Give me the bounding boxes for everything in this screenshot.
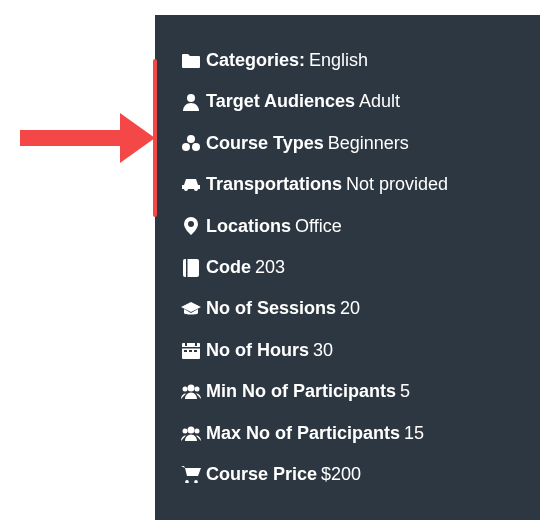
svg-rect-9 bbox=[182, 347, 200, 349]
row-locations: Locations Office bbox=[180, 206, 515, 247]
car-icon bbox=[180, 178, 202, 192]
categories-value: English bbox=[309, 49, 368, 72]
svg-rect-8 bbox=[195, 341, 197, 346]
transportations-label: Transportations bbox=[206, 173, 342, 196]
row-hours: No of Hours 30 bbox=[180, 330, 515, 371]
categories-label: Categories: bbox=[206, 49, 305, 72]
graduation-cap-icon bbox=[180, 302, 202, 316]
max-participants-value: 15 bbox=[404, 422, 424, 445]
sessions-value: 20 bbox=[340, 297, 360, 320]
svg-rect-12 bbox=[194, 350, 197, 352]
svg-rect-5 bbox=[186, 259, 188, 277]
course-info-panel: Categories: English Target Audiences Adu… bbox=[155, 15, 540, 520]
row-price: Course Price $200 bbox=[180, 454, 515, 495]
code-label: Code bbox=[206, 256, 251, 279]
row-min-participants: Min No of Participants 5 bbox=[180, 371, 515, 412]
cart-icon bbox=[180, 466, 202, 483]
max-participants-label: Max No of Participants bbox=[206, 422, 400, 445]
row-code: Code 203 bbox=[180, 247, 515, 288]
svg-point-14 bbox=[183, 387, 188, 392]
transportations-value: Not provided bbox=[346, 173, 448, 196]
person-icon bbox=[180, 94, 202, 111]
locations-label: Locations bbox=[206, 215, 291, 238]
hours-value: 30 bbox=[313, 339, 333, 362]
row-sessions: No of Sessions 20 bbox=[180, 288, 515, 329]
calendar-icon bbox=[180, 341, 202, 359]
svg-marker-20 bbox=[120, 113, 155, 163]
svg-point-3 bbox=[192, 143, 200, 151]
svg-rect-19 bbox=[20, 130, 123, 146]
row-transportations: Transportations Not provided bbox=[180, 164, 515, 205]
location-pin-icon bbox=[180, 217, 202, 235]
row-max-participants: Max No of Participants 15 bbox=[180, 413, 515, 454]
svg-point-13 bbox=[188, 385, 195, 392]
svg-point-17 bbox=[183, 428, 188, 433]
course-types-value: Beginners bbox=[328, 132, 409, 155]
svg-point-0 bbox=[187, 94, 195, 102]
folder-icon bbox=[180, 53, 202, 68]
svg-point-1 bbox=[187, 135, 195, 143]
min-participants-label: Min No of Participants bbox=[206, 380, 396, 403]
group-icon bbox=[180, 384, 202, 399]
book-icon bbox=[180, 259, 202, 277]
price-label: Course Price bbox=[206, 463, 317, 486]
svg-rect-10 bbox=[184, 350, 187, 352]
svg-point-4 bbox=[188, 221, 194, 227]
svg-point-18 bbox=[195, 428, 200, 433]
svg-point-15 bbox=[195, 387, 200, 392]
hours-label: No of Hours bbox=[206, 339, 309, 362]
price-value: $200 bbox=[321, 463, 361, 486]
circles-icon bbox=[180, 135, 202, 151]
target-audiences-label: Target Audiences bbox=[206, 90, 355, 113]
sessions-label: No of Sessions bbox=[206, 297, 336, 320]
course-types-label: Course Types bbox=[206, 132, 324, 155]
row-course-types: Course Types Beginners bbox=[180, 123, 515, 164]
min-participants-value: 5 bbox=[400, 380, 410, 403]
svg-rect-11 bbox=[189, 350, 192, 352]
target-audiences-value: Adult bbox=[359, 90, 400, 113]
svg-point-16 bbox=[188, 426, 195, 433]
svg-point-2 bbox=[182, 143, 190, 151]
row-categories: Categories: English bbox=[180, 40, 515, 81]
code-value: 203 bbox=[255, 256, 285, 279]
locations-value: Office bbox=[295, 215, 342, 238]
pointer-arrow-icon bbox=[20, 113, 155, 167]
group-icon bbox=[180, 426, 202, 441]
row-target-audiences: Target Audiences Adult bbox=[180, 81, 515, 122]
svg-rect-7 bbox=[185, 341, 187, 346]
